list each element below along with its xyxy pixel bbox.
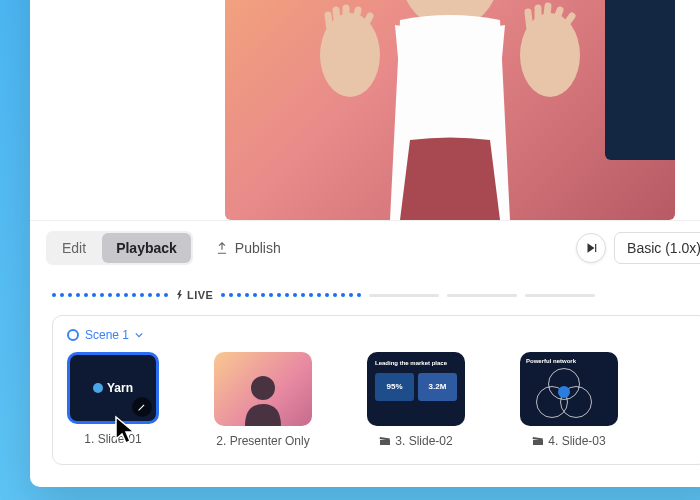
edit-tab[interactable]: Edit	[48, 233, 100, 263]
svg-rect-5	[380, 440, 390, 445]
thumb-label: 4. Slide-03	[548, 434, 605, 448]
stat-box-a: 95%	[375, 373, 414, 401]
person-silhouette-icon	[235, 370, 291, 426]
scene-header[interactable]: Scene 1	[67, 328, 693, 342]
stat-box-b: 3.2M	[418, 373, 457, 401]
speed-select[interactable]: Basic (1.0x)	[614, 232, 700, 264]
preview-frame	[225, 0, 675, 220]
play-button[interactable]	[576, 233, 606, 263]
timeline-segment[interactable]	[525, 294, 595, 297]
chevron-down-icon	[135, 331, 143, 339]
thumbnails-row: Yarn 1. Slide-01 2. Presenter Only	[67, 352, 693, 448]
slide-title: Leading the market place	[375, 360, 457, 367]
clapper-icon	[379, 436, 391, 446]
pencil-icon	[137, 402, 147, 412]
preview-area	[30, 0, 700, 220]
presenter-figure	[280, 0, 620, 220]
thumb-presenter-only[interactable]	[214, 352, 312, 426]
thumb-label: 3. Slide-02	[395, 434, 452, 448]
record-icon	[67, 329, 79, 341]
playback-tab[interactable]: Playback	[102, 233, 191, 263]
toolbar: Edit Playback Publish Basic (1.0x)	[30, 220, 700, 275]
timeline-segment[interactable]	[369, 294, 439, 297]
clapper-icon	[532, 436, 544, 446]
publish-label: Publish	[235, 240, 281, 256]
play-icon	[584, 241, 598, 255]
svg-rect-6	[533, 440, 543, 445]
slide-thumb-4: Powerful network 4. Slide-03	[520, 352, 618, 448]
scene-name: Scene 1	[85, 328, 129, 342]
scenes-panel: Scene 1 Yarn 1. Slide-01	[52, 315, 700, 465]
svg-rect-3	[595, 244, 596, 252]
thumb-slide-01[interactable]: Yarn	[67, 352, 159, 424]
speed-label: Basic (1.0x)	[627, 240, 700, 256]
preview-side-panel	[605, 0, 675, 160]
upload-icon	[215, 241, 229, 255]
yarn-title: Yarn	[107, 381, 133, 395]
app-window: Edit Playback Publish Basic (1.0x) LIVE	[30, 0, 700, 487]
slide-thumb-2: 2. Presenter Only	[214, 352, 312, 448]
mouse-cursor	[112, 415, 144, 447]
mode-tab-group: Edit Playback	[46, 231, 193, 265]
edit-badge[interactable]	[132, 397, 152, 417]
thumb-slide-02[interactable]: Leading the market place 95% 3.2M	[367, 352, 465, 426]
slide-thumb-3: Leading the market place 95% 3.2M 3. Sli…	[367, 352, 465, 448]
publish-button[interactable]: Publish	[201, 233, 295, 263]
yarn-logo-icon	[93, 383, 103, 393]
bolt-icon	[176, 290, 184, 300]
timeline-dots-right	[221, 293, 361, 297]
timeline-segment[interactable]	[447, 294, 517, 297]
timeline-strip: LIVE	[30, 275, 700, 307]
timeline-dots-left	[52, 293, 168, 297]
thumb-slide-03[interactable]: Powerful network	[520, 352, 618, 426]
venn-diagram	[526, 364, 612, 420]
live-indicator: LIVE	[176, 289, 213, 301]
thumb-label: 2. Presenter Only	[216, 434, 309, 448]
live-label: LIVE	[187, 289, 213, 301]
svg-point-4	[251, 376, 275, 400]
